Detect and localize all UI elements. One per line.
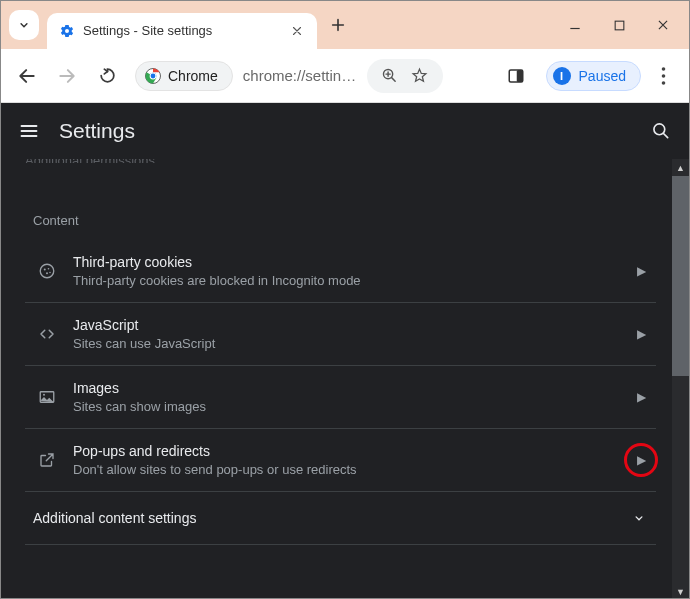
arrow-left-icon: [17, 66, 37, 86]
scroll-thumb[interactable]: [672, 176, 689, 376]
profile-chip[interactable]: I Paused: [546, 61, 641, 91]
chrome-logo-icon: [144, 67, 162, 85]
new-tab-button[interactable]: [323, 10, 353, 40]
chevron-right-icon: ▶: [637, 390, 646, 404]
chevron-right-icon: ▶: [637, 264, 646, 278]
tab-search-button[interactable]: [9, 10, 39, 40]
arrow-right-icon: [57, 66, 77, 86]
scroll-up-button[interactable]: ▲: [672, 159, 689, 176]
kebab-icon: [661, 67, 666, 85]
window-maximize-button[interactable]: [597, 3, 641, 47]
svg-point-13: [44, 269, 46, 271]
reload-icon: [98, 66, 117, 85]
vertical-scrollbar[interactable]: ▲ ▼: [672, 159, 689, 599]
row-images[interactable]: Images Sites can show images ▶: [25, 366, 656, 429]
panel-icon: [507, 67, 525, 85]
zoom-icon: [381, 67, 398, 84]
settings-header: Settings: [1, 103, 689, 159]
nav-back-button[interactable]: [9, 58, 45, 94]
settings-search-button[interactable]: [651, 121, 671, 141]
omnibox-actions: [367, 59, 443, 93]
row-title: Images: [73, 380, 637, 396]
url-text: chrome://settin…: [243, 67, 363, 84]
profile-status: Paused: [579, 68, 626, 84]
row-title: JavaScript: [73, 317, 637, 333]
search-icon: [651, 121, 671, 141]
settings-content: Additional permissions Content Third-par…: [1, 159, 689, 599]
svg-point-12: [40, 264, 54, 278]
chevron-down-icon: [17, 18, 31, 32]
svg-rect-7: [516, 70, 522, 82]
row-additional-content-settings[interactable]: Additional content settings: [25, 492, 656, 545]
section-label-content: Content: [25, 213, 656, 228]
cookie-icon: [31, 262, 63, 280]
row-third-party-cookies[interactable]: Third-party cookies Third-party cookies …: [25, 240, 656, 303]
minimize-icon: [568, 18, 582, 32]
chevron-right-icon: ▶: [637, 327, 646, 341]
close-icon: [291, 25, 303, 37]
code-icon: [31, 325, 63, 343]
gear-icon: [59, 23, 75, 39]
row-popups-redirects[interactable]: Pop-ups and redirects Don't allow sites …: [25, 429, 656, 492]
browser-toolbar: Chrome chrome://settin… I Paused: [1, 49, 689, 103]
zoom-button[interactable]: [377, 63, 403, 89]
plus-icon: [330, 17, 346, 33]
row-subtitle: Third-party cookies are blocked in Incog…: [73, 273, 637, 288]
row-title: Additional content settings: [33, 510, 196, 526]
svg-point-8: [661, 67, 665, 71]
scroll-down-button[interactable]: ▼: [672, 583, 689, 599]
nav-forward-button[interactable]: [49, 58, 85, 94]
browser-tab-active[interactable]: Settings - Site settings: [47, 13, 317, 49]
image-icon: [31, 388, 63, 406]
svg-point-16: [49, 272, 51, 274]
tab-close-button[interactable]: [287, 25, 307, 37]
hamburger-icon: [19, 121, 39, 141]
settings-menu-button[interactable]: [19, 121, 39, 141]
nav-reload-button[interactable]: [89, 58, 125, 94]
svg-rect-0: [615, 21, 624, 30]
row-title: Third-party cookies: [73, 254, 637, 270]
row-javascript[interactable]: JavaScript Sites can use JavaScript ▶: [25, 303, 656, 366]
svg-point-10: [661, 81, 665, 85]
tab-title: Settings - Site settings: [83, 23, 279, 38]
chevron-right-icon: ▶: [637, 453, 646, 467]
site-chip[interactable]: Chrome: [135, 61, 233, 91]
svg-point-9: [661, 74, 665, 78]
window-controls: [553, 1, 685, 49]
close-icon: [656, 18, 670, 32]
open-in-new-icon: [31, 451, 63, 469]
row-title: Pop-ups and redirects: [73, 443, 637, 459]
site-chip-label: Chrome: [168, 68, 218, 84]
maximize-icon: [613, 19, 626, 32]
previous-section-label: Additional permissions: [25, 159, 656, 163]
window-minimize-button[interactable]: [553, 3, 597, 47]
page-title: Settings: [59, 119, 135, 143]
side-panel-button[interactable]: [498, 58, 534, 94]
row-subtitle: Sites can show images: [73, 399, 637, 414]
chevron-down-icon: [632, 511, 646, 525]
window-close-button[interactable]: [641, 3, 685, 47]
avatar: I: [553, 67, 571, 85]
omnibox[interactable]: Chrome chrome://settin…: [135, 59, 488, 93]
browser-tab-strip: Settings - Site settings: [1, 1, 689, 49]
star-icon: [411, 67, 428, 84]
svg-point-15: [46, 272, 48, 274]
svg-point-14: [48, 268, 50, 270]
svg-point-18: [43, 394, 45, 396]
browser-menu-button[interactable]: [645, 58, 681, 94]
row-subtitle: Sites can use JavaScript: [73, 336, 637, 351]
row-subtitle: Don't allow sites to send pop-ups or use…: [73, 462, 637, 477]
bookmark-button[interactable]: [407, 63, 433, 89]
svg-point-4: [151, 73, 156, 78]
